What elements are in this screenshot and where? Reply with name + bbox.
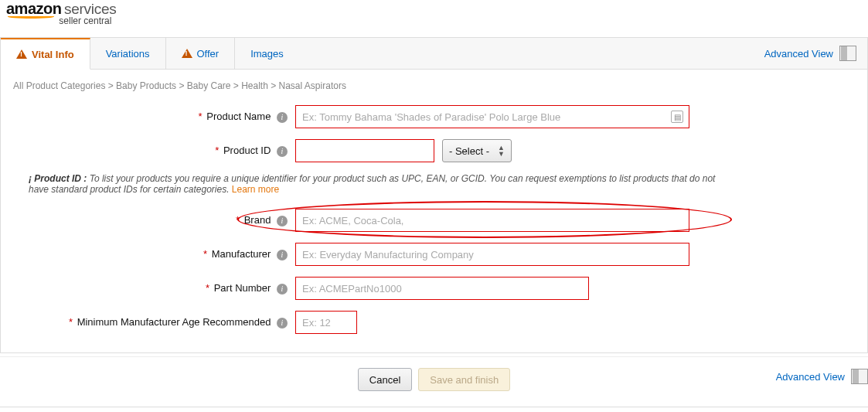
action-bar: Cancel Save and finish Advanced View: [0, 356, 868, 399]
required-icon: *: [69, 316, 73, 328]
info-icon[interactable]: i: [277, 318, 288, 329]
label-manufacturer: * Manufacturer i: [13, 248, 295, 260]
label-text: Product ID: [223, 145, 271, 156]
label-min-age: * Minimum Manufacturer Age Recommended i: [13, 316, 295, 329]
required-icon: *: [215, 145, 219, 156]
info-icon[interactable]: i: [277, 216, 288, 226]
info-icon[interactable]: i: [277, 112, 288, 123]
info-icon[interactable]: i: [277, 146, 288, 157]
logo-subtitle: seller central: [6, 15, 116, 26]
row-product-id: * Product ID i - Select - ▲▼: [13, 139, 855, 162]
page-footer: Rate this page Contact Seller Support 19…: [0, 407, 868, 412]
label-product-id: * Product ID i: [13, 145, 295, 157]
select-label: - Select -: [449, 145, 489, 157]
product-id-helper: ¡ Product ID : To list your products you…: [29, 173, 724, 195]
row-manufacturer: * Manufacturer i: [13, 243, 855, 266]
advanced-view-toggle-bottom[interactable]: Advanced View: [776, 365, 868, 388]
save-button: Save and finish: [418, 368, 510, 391]
form-panel: All Product Categories > Baby Products >…: [0, 70, 868, 353]
row-part-number: * Part Number i: [13, 277, 855, 300]
min-age-input[interactable]: [295, 311, 357, 334]
label-product-name: * Product Name i: [13, 111, 295, 123]
tab-label: Vital Info: [32, 49, 74, 60]
part-number-input[interactable]: [295, 277, 589, 300]
required-icon: *: [203, 248, 207, 260]
tab-vital-info[interactable]: Vital Info: [1, 38, 90, 70]
manufacturer-input[interactable]: [295, 243, 689, 266]
tab-variations[interactable]: Variations: [90, 38, 166, 69]
tab-offer[interactable]: Offer: [166, 38, 236, 69]
label-part-number: * Part Number i: [13, 282, 295, 295]
row-min-age: * Minimum Manufacturer Age Recommended i: [13, 311, 855, 334]
breadcrumb: All Product Categories > Baby Products >…: [13, 80, 855, 91]
tab-label: Offer: [197, 48, 220, 60]
required-icon: *: [236, 214, 240, 226]
chevron-updown-icon: ▲▼: [498, 145, 505, 157]
product-id-input[interactable]: [295, 139, 434, 162]
brand-input[interactable]: [295, 209, 689, 232]
label-brand: * Brand i: [13, 214, 295, 226]
tab-label: Variations: [106, 48, 150, 60]
required-icon: *: [199, 111, 203, 122]
advanced-view-toggle-top[interactable]: Advanced View: [764, 38, 856, 69]
advanced-view-label: Advanced View: [764, 48, 833, 60]
label-text: Minimum Manufacturer Age Recommended: [77, 316, 271, 328]
info-icon[interactable]: i: [277, 250, 288, 260]
tab-label: Images: [250, 48, 284, 60]
label-text: Product Name: [206, 111, 271, 122]
toggle-icon: [839, 46, 856, 61]
helper-lead: ¡ Product ID :: [29, 173, 87, 184]
helper-text: To list your products you require a uniq…: [29, 173, 715, 195]
row-product-name: * Product Name i ▤: [13, 105, 855, 128]
site-logo: amazon services seller central: [0, 0, 868, 26]
product-name-input[interactable]: [295, 105, 689, 128]
warning-icon: [182, 49, 192, 58]
label-text: Manufacturer: [212, 248, 271, 260]
required-icon: *: [206, 282, 209, 294]
logo-primary: amazon: [6, 0, 61, 17]
product-id-type-select[interactable]: - Select - ▲▼: [442, 139, 512, 162]
field-action-icon[interactable]: ▤: [671, 111, 683, 123]
advanced-view-label: Advanced View: [776, 371, 845, 383]
info-icon[interactable]: i: [277, 284, 288, 295]
tab-bar: Vital Info Variations Offer Images Advan…: [0, 37, 868, 70]
label-text: Part Number: [214, 282, 271, 294]
row-brand: * Brand i: [13, 209, 855, 232]
toggle-icon: [851, 369, 868, 384]
tab-images[interactable]: Images: [235, 38, 299, 69]
learn-more-link[interactable]: Learn more: [232, 184, 279, 195]
cancel-button[interactable]: Cancel: [358, 368, 412, 391]
warning-icon: [16, 49, 27, 59]
label-text: Brand: [244, 214, 271, 226]
logo-secondary: services: [64, 1, 116, 17]
